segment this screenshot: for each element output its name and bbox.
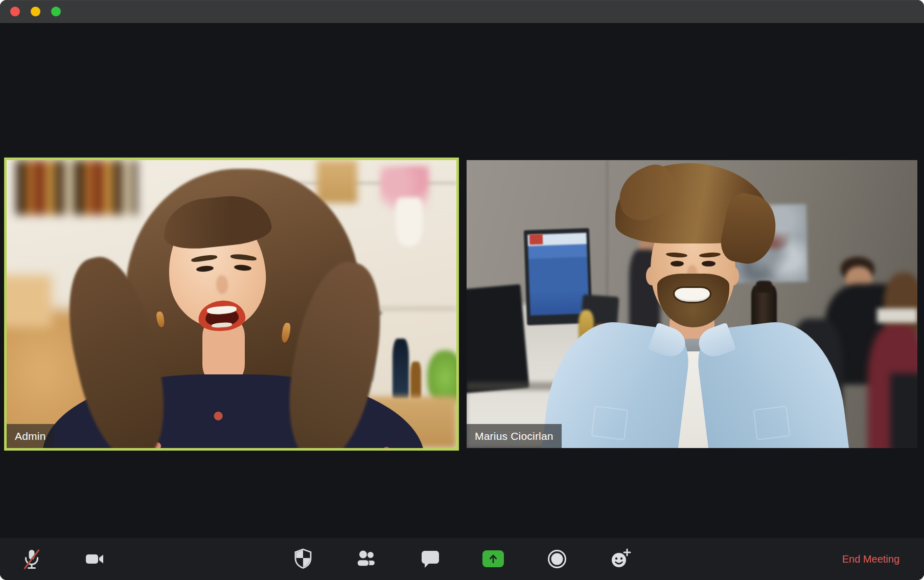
reactions-button[interactable] [608,547,632,571]
fullscreen-window-button[interactable] [51,7,61,16]
participants-icon [354,547,379,571]
bottle-amber-blur [410,362,421,399]
monitor-red-tag-blur [529,234,543,245]
monitor-dark-blur [467,284,529,393]
chat-button[interactable] [418,547,443,571]
smiley-plus-icon [608,547,632,571]
wood-chair-blur [4,275,52,327]
end-meeting-button[interactable]: End Meeting [839,538,903,580]
bookshelf-blur [16,160,137,215]
minimize-window-button[interactable] [31,7,40,16]
video-camera-icon [82,547,107,571]
share-screen-button[interactable] [482,550,504,567]
video-tile-admin[interactable]: Admin [4,158,459,451]
record-circle-icon [545,547,569,571]
far-desk-blur [877,308,917,323]
wood-object-blur [317,160,357,203]
meeting-toolbar: End Meeting [0,538,924,580]
wall-seam [606,160,608,319]
man-shirt-pocket-right [753,406,791,440]
meeting-app-window: Admin [0,0,924,580]
man-shirt-pocket-left [591,406,629,440]
stop-video-button[interactable] [82,547,107,571]
participants-button[interactable] [354,547,379,571]
video-grid: Admin [0,23,924,538]
security-shield-icon [291,547,315,571]
monitor-blue-screen-blur [527,233,589,316]
man-smile [675,288,710,302]
participant-name: Marius Ciocirlan [475,430,553,442]
thermos-cap-blur [756,281,772,293]
participant-name-badge: Admin [7,424,54,448]
participant-name: Admin [15,430,46,442]
participant-name-badge: Marius Ciocirlan [467,424,562,448]
chat-bubble-icon [418,547,443,571]
security-button[interactable] [291,547,315,571]
record-button[interactable] [545,547,569,571]
office-chair2-blur [890,373,917,448]
mute-button[interactable] [19,547,44,571]
close-window-button[interactable] [10,7,20,16]
window-titlebar[interactable] [0,0,924,23]
microphone-muted-icon [19,547,44,571]
video-tile-marius[interactable]: Marius Ciocirlan [467,160,917,448]
share-screen-arrow-icon [487,553,499,565]
vase-blur [396,197,423,247]
bottle-dark-blur [392,339,409,399]
